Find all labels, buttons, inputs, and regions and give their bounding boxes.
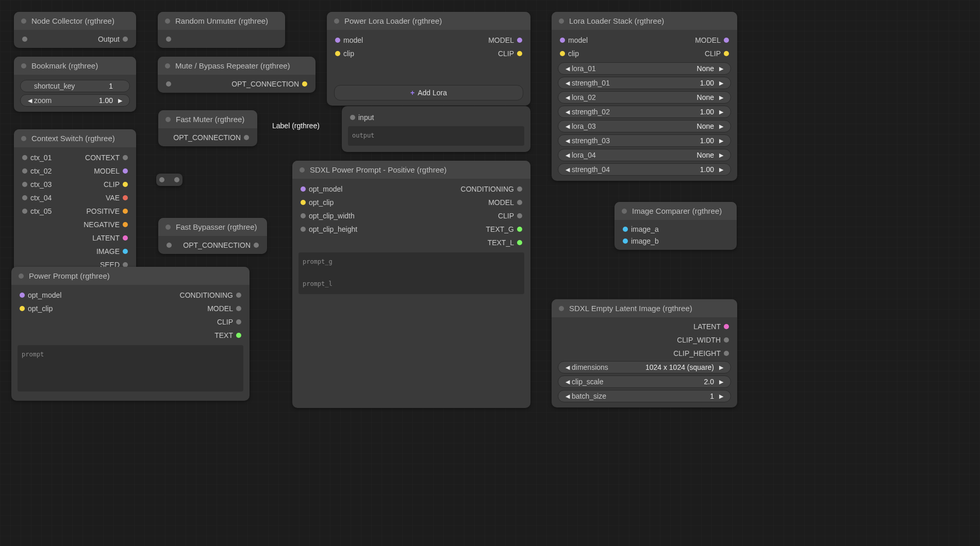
chevron-left-icon[interactable]: ◀	[563, 152, 572, 159]
chevron-right-icon[interactable]: ▶	[717, 166, 725, 173]
collapse-icon[interactable]	[165, 19, 170, 24]
input-socket[interactable]	[623, 227, 628, 232]
widget-strength_04[interactable]: ◀strength_041.00▶	[558, 163, 731, 176]
widget-batch_size[interactable]: ◀batch_size1▶	[558, 390, 731, 402]
output-socket[interactable]	[123, 182, 128, 187]
widget-lora_04[interactable]: ◀lora_04None▶	[558, 149, 731, 161]
collapse-icon[interactable]	[21, 63, 26, 69]
node-title[interactable]: Random Unmuter (rgthree)	[158, 12, 285, 30]
chevron-left-icon[interactable]: ◀	[563, 65, 572, 72]
collapse-icon[interactable]	[21, 19, 26, 24]
output-socket[interactable]	[724, 351, 729, 356]
node-title[interactable]: Mute / Bypass Repeater (rgthree)	[158, 57, 315, 75]
node-sdxl-empty-latent[interactable]: SDXL Empty Latent Image (rgthree) LATENT…	[552, 299, 737, 407]
chevron-left-icon[interactable]: ◀	[563, 364, 572, 371]
output-socket[interactable]	[236, 319, 241, 325]
chevron-right-icon[interactable]: ▶	[717, 94, 725, 101]
chevron-left-icon[interactable]: ◀	[563, 80, 572, 87]
input-socket[interactable]	[166, 37, 171, 42]
output-socket[interactable]	[123, 195, 128, 200]
collapse-icon[interactable]	[622, 209, 627, 214]
output-socket[interactable]	[724, 337, 729, 343]
prompt-textarea[interactable]: prompt_g prompt_l	[298, 252, 524, 294]
output-socket[interactable]	[302, 81, 307, 87]
output-socket[interactable]	[236, 293, 241, 298]
widget-strength_02[interactable]: ◀strength_021.00▶	[558, 106, 731, 118]
node-power-lora-loader[interactable]: Power Lora Loader (rgthree) model clip M…	[327, 12, 530, 106]
chevron-right-icon[interactable]: ▶	[717, 393, 725, 400]
output-socket[interactable]	[174, 177, 179, 182]
chevron-left-icon[interactable]: ◀	[563, 379, 572, 385]
node-title[interactable]: Context Switch (rgthree)	[14, 129, 136, 147]
output-socket[interactable]	[123, 209, 128, 214]
free-label[interactable]: Label (rgthree)	[272, 122, 320, 130]
node-title[interactable]: Power Prompt (rgthree)	[11, 267, 250, 285]
node-title[interactable]: Image Comparer (rgthree)	[614, 202, 737, 220]
output-socket[interactable]	[123, 262, 128, 267]
output-socket[interactable]	[724, 324, 729, 329]
output-socket-model[interactable]	[724, 38, 729, 43]
input-socket[interactable]	[301, 227, 306, 232]
collapse-icon[interactable]	[559, 19, 564, 24]
widget-lora_01[interactable]: ◀lora_01None▶	[558, 62, 731, 75]
node-bookmark[interactable]: Bookmark (rgthree) shortcut_key1◀zoom1.0…	[14, 57, 136, 112]
collapse-icon[interactable]	[21, 136, 26, 141]
widget-clip_scale[interactable]: ◀clip_scale2.0▶	[558, 376, 731, 388]
input-socket-clip[interactable]	[560, 51, 565, 56]
output-socket[interactable]	[517, 227, 522, 232]
add-lora-button[interactable]: + Add Lora	[334, 85, 523, 100]
output-socket[interactable]	[517, 200, 522, 205]
node-power-prompt[interactable]: Power Prompt (rgthree) opt_modelopt_clip…	[11, 267, 250, 401]
chevron-right-icon[interactable]: ▶	[717, 80, 725, 87]
node-title[interactable]: Bookmark (rgthree)	[14, 57, 136, 75]
input-socket[interactable]	[167, 243, 172, 248]
output-socket[interactable]	[244, 135, 249, 140]
chevron-left-icon[interactable]: ◀	[26, 97, 34, 104]
node-sdxl-power-prompt[interactable]: SDXL Power Prompt - Positive (rgthree) o…	[292, 161, 530, 408]
output-socket-clip[interactable]	[724, 51, 729, 56]
node-title[interactable]: Fast Muter (rgthree)	[158, 110, 257, 128]
input-socket[interactable]	[166, 81, 171, 87]
input-socket[interactable]	[301, 200, 306, 205]
output-socket[interactable]	[254, 243, 259, 248]
chevron-left-icon[interactable]: ◀	[563, 123, 572, 130]
chevron-right-icon[interactable]: ▶	[717, 138, 725, 144]
output-socket[interactable]	[123, 222, 128, 227]
node-node-collector[interactable]: Node Collector (rgthree) Output	[14, 12, 136, 48]
node-lora-loader-stack[interactable]: Lora Loader Stack (rgthree) model clip M…	[552, 12, 737, 181]
input-socket[interactable]	[22, 182, 27, 187]
chevron-left-icon[interactable]: ◀	[563, 109, 572, 115]
node-title[interactable]: Power Lora Loader (rgthree)	[327, 12, 530, 30]
output-socket[interactable]	[123, 168, 128, 174]
collapse-icon[interactable]	[165, 63, 170, 69]
widget-lora_02[interactable]: ◀lora_02None▶	[558, 91, 731, 104]
chevron-left-icon[interactable]: ◀	[563, 393, 572, 400]
node-fast-bypasser[interactable]: Fast Bypasser (rgthree) OPT_CONNECTION	[158, 218, 267, 254]
output-socket[interactable]	[517, 240, 522, 245]
widget-dimensions[interactable]: ◀dimensions1024 x 1024 (square)▶	[558, 361, 731, 373]
chevron-left-icon[interactable]: ◀	[563, 138, 572, 144]
collapse-icon[interactable]	[165, 225, 171, 230]
collapse-icon[interactable]	[165, 117, 171, 122]
node-title[interactable]: Node Collector (rgthree)	[14, 12, 136, 30]
input-socket[interactable]	[20, 306, 25, 311]
chevron-right-icon[interactable]: ▶	[717, 364, 725, 371]
input-socket[interactable]	[301, 213, 306, 218]
input-socket[interactable]	[22, 195, 27, 200]
chevron-left-icon[interactable]: ◀	[563, 166, 572, 173]
output-socket-clip[interactable]	[517, 51, 522, 56]
input-socket[interactable]	[20, 293, 25, 298]
collapse-icon[interactable]	[334, 19, 339, 24]
output-socket[interactable]	[236, 306, 241, 311]
output-textarea[interactable]: output	[348, 126, 524, 146]
chevron-left-icon[interactable]: ◀	[563, 94, 572, 101]
collapse-icon[interactable]	[559, 306, 564, 311]
input-socket[interactable]	[22, 168, 27, 174]
widget-zoom[interactable]: ◀zoom1.00▶	[20, 94, 130, 107]
input-socket-clip[interactable]	[335, 51, 340, 56]
chevron-right-icon[interactable]: ▶	[717, 109, 725, 115]
output-socket[interactable]	[123, 235, 128, 241]
output-socket[interactable]	[517, 186, 522, 192]
output-socket[interactable]	[123, 155, 128, 160]
chevron-right-icon[interactable]: ▶	[717, 152, 725, 159]
